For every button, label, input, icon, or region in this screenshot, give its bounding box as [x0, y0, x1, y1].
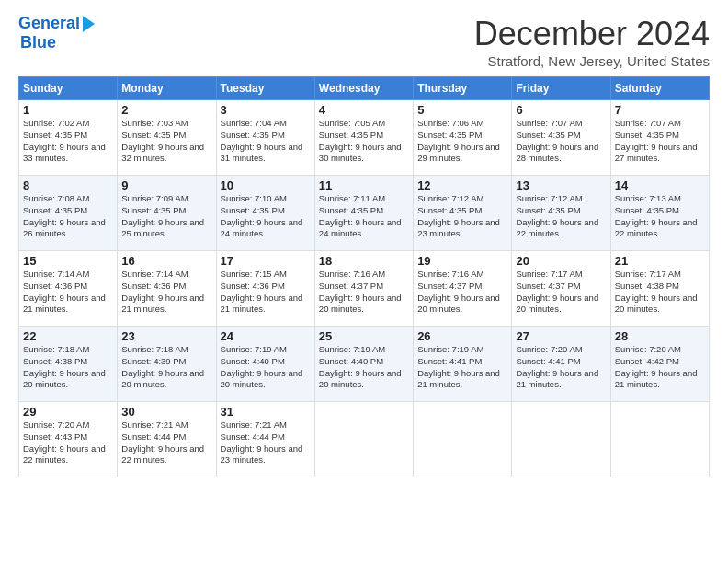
day-cell: 27 Sunrise: 7:20 AM Sunset: 4:41 PM Dayl…	[512, 327, 610, 402]
day-info: Sunrise: 7:11 AM Sunset: 4:35 PM Dayligh…	[319, 193, 409, 240]
header-row: SundayMondayTuesdayWednesdayThursdayFrid…	[19, 77, 710, 100]
week-row-1: 1 Sunrise: 7:02 AM Sunset: 4:35 PM Dayli…	[19, 100, 710, 176]
day-number: 30	[121, 405, 211, 419]
day-cell: 31 Sunrise: 7:21 AM Sunset: 4:44 PM Dayl…	[216, 402, 314, 477]
day-info: Sunrise: 7:19 AM Sunset: 4:41 PM Dayligh…	[417, 344, 507, 391]
day-info: Sunrise: 7:19 AM Sunset: 4:40 PM Dayligh…	[319, 344, 409, 391]
header: General Blue December 2024 Stratford, Ne…	[18, 15, 710, 69]
day-number: 10	[221, 178, 311, 192]
day-number: 19	[417, 254, 507, 268]
day-cell: 30 Sunrise: 7:21 AM Sunset: 4:44 PM Dayl…	[118, 402, 216, 477]
day-cell: 8 Sunrise: 7:08 AM Sunset: 4:35 PM Dayli…	[19, 176, 118, 251]
day-info: Sunrise: 7:19 AM Sunset: 4:40 PM Dayligh…	[221, 344, 311, 391]
day-number: 11	[319, 178, 409, 192]
day-cell: 20 Sunrise: 7:17 AM Sunset: 4:37 PM Dayl…	[512, 251, 610, 327]
day-cell: 12 Sunrise: 7:12 AM Sunset: 4:35 PM Dayl…	[414, 176, 512, 251]
day-cell: 23 Sunrise: 7:18 AM Sunset: 4:39 PM Dayl…	[118, 327, 216, 402]
week-row-4: 22 Sunrise: 7:18 AM Sunset: 4:38 PM Dayl…	[19, 327, 710, 402]
day-cell: 21 Sunrise: 7:17 AM Sunset: 4:38 PM Dayl…	[610, 251, 709, 327]
day-cell: 4 Sunrise: 7:05 AM Sunset: 4:35 PM Dayli…	[314, 100, 413, 176]
day-number: 16	[121, 254, 211, 268]
header-day-friday: Friday	[512, 77, 610, 100]
day-info: Sunrise: 7:06 AM Sunset: 4:35 PM Dayligh…	[417, 118, 507, 165]
day-cell: 1 Sunrise: 7:02 AM Sunset: 4:35 PM Dayli…	[19, 100, 118, 176]
day-info: Sunrise: 7:12 AM Sunset: 4:35 PM Dayligh…	[417, 193, 507, 240]
day-info: Sunrise: 7:02 AM Sunset: 4:35 PM Dayligh…	[23, 118, 113, 165]
day-number: 17	[221, 254, 311, 268]
day-info: Sunrise: 7:16 AM Sunset: 4:37 PM Dayligh…	[417, 269, 507, 316]
day-number: 5	[417, 103, 507, 117]
day-cell: 14 Sunrise: 7:13 AM Sunset: 4:35 PM Dayl…	[610, 176, 709, 251]
day-cell	[512, 402, 610, 477]
day-info: Sunrise: 7:03 AM Sunset: 4:35 PM Dayligh…	[121, 118, 211, 165]
day-cell: 26 Sunrise: 7:19 AM Sunset: 4:41 PM Dayl…	[414, 327, 512, 402]
day-number: 6	[516, 103, 606, 117]
header-day-saturday: Saturday	[610, 77, 709, 100]
day-cell	[610, 402, 709, 477]
day-info: Sunrise: 7:20 AM Sunset: 4:43 PM Dayligh…	[23, 419, 113, 466]
day-info: Sunrise: 7:07 AM Sunset: 4:35 PM Dayligh…	[615, 118, 705, 165]
day-cell: 11 Sunrise: 7:11 AM Sunset: 4:35 PM Dayl…	[314, 176, 413, 251]
day-number: 26	[417, 329, 507, 343]
header-day-sunday: Sunday	[19, 77, 118, 100]
day-number: 22	[23, 329, 113, 343]
day-cell: 25 Sunrise: 7:19 AM Sunset: 4:40 PM Dayl…	[314, 327, 413, 402]
day-number: 31	[221, 405, 311, 419]
logo-text: General	[18, 15, 80, 33]
day-number: 21	[615, 254, 705, 268]
day-cell: 2 Sunrise: 7:03 AM Sunset: 4:35 PM Dayli…	[118, 100, 216, 176]
day-cell: 9 Sunrise: 7:09 AM Sunset: 4:35 PM Dayli…	[118, 176, 216, 251]
day-number: 3	[221, 103, 311, 117]
week-row-2: 8 Sunrise: 7:08 AM Sunset: 4:35 PM Dayli…	[19, 176, 710, 251]
day-number: 7	[615, 103, 705, 117]
day-number: 14	[615, 178, 705, 192]
day-number: 25	[319, 329, 409, 343]
day-cell: 6 Sunrise: 7:07 AM Sunset: 4:35 PM Dayli…	[512, 100, 610, 176]
day-cell: 28 Sunrise: 7:20 AM Sunset: 4:42 PM Dayl…	[610, 327, 709, 402]
week-row-3: 15 Sunrise: 7:14 AM Sunset: 4:36 PM Dayl…	[19, 251, 710, 327]
day-cell: 18 Sunrise: 7:16 AM Sunset: 4:37 PM Dayl…	[314, 251, 413, 327]
calendar-container: General Blue December 2024 Stratford, Ne…	[0, 0, 728, 563]
day-cell: 29 Sunrise: 7:20 AM Sunset: 4:43 PM Dayl…	[19, 402, 118, 477]
day-info: Sunrise: 7:20 AM Sunset: 4:41 PM Dayligh…	[516, 344, 606, 391]
week-row-5: 29 Sunrise: 7:20 AM Sunset: 4:43 PM Dayl…	[19, 402, 710, 477]
day-number: 9	[121, 178, 211, 192]
day-cell: 17 Sunrise: 7:15 AM Sunset: 4:36 PM Dayl…	[216, 251, 314, 327]
location: Stratford, New Jersey, United States	[474, 53, 710, 69]
day-number: 4	[319, 103, 409, 117]
day-info: Sunrise: 7:21 AM Sunset: 4:44 PM Dayligh…	[121, 419, 211, 466]
day-cell: 19 Sunrise: 7:16 AM Sunset: 4:37 PM Dayl…	[414, 251, 512, 327]
day-cell: 22 Sunrise: 7:18 AM Sunset: 4:38 PM Dayl…	[19, 327, 118, 402]
day-info: Sunrise: 7:13 AM Sunset: 4:35 PM Dayligh…	[615, 193, 705, 240]
day-info: Sunrise: 7:20 AM Sunset: 4:42 PM Dayligh…	[615, 344, 705, 391]
month-title: December 2024	[474, 15, 710, 53]
day-info: Sunrise: 7:07 AM Sunset: 4:35 PM Dayligh…	[516, 118, 606, 165]
day-number: 28	[615, 329, 705, 343]
header-day-monday: Monday	[118, 77, 216, 100]
day-number: 2	[121, 103, 211, 117]
logo-blue: Blue	[20, 33, 56, 52]
day-number: 12	[417, 178, 507, 192]
day-number: 23	[121, 329, 211, 343]
header-day-wednesday: Wednesday	[314, 77, 413, 100]
day-number: 24	[221, 329, 311, 343]
day-number: 15	[23, 254, 113, 268]
day-info: Sunrise: 7:16 AM Sunset: 4:37 PM Dayligh…	[319, 269, 409, 316]
day-cell	[314, 402, 413, 477]
day-info: Sunrise: 7:09 AM Sunset: 4:35 PM Dayligh…	[121, 193, 211, 240]
day-number: 29	[23, 405, 113, 419]
day-cell: 5 Sunrise: 7:06 AM Sunset: 4:35 PM Dayli…	[414, 100, 512, 176]
day-info: Sunrise: 7:05 AM Sunset: 4:35 PM Dayligh…	[319, 118, 409, 165]
day-info: Sunrise: 7:17 AM Sunset: 4:37 PM Dayligh…	[516, 269, 606, 316]
day-cell: 3 Sunrise: 7:04 AM Sunset: 4:35 PM Dayli…	[216, 100, 314, 176]
logo: General Blue	[18, 15, 95, 52]
day-info: Sunrise: 7:14 AM Sunset: 4:36 PM Dayligh…	[121, 269, 211, 316]
day-number: 27	[516, 329, 606, 343]
day-info: Sunrise: 7:18 AM Sunset: 4:39 PM Dayligh…	[121, 344, 211, 391]
day-number: 1	[23, 103, 113, 117]
day-number: 18	[319, 254, 409, 268]
day-info: Sunrise: 7:08 AM Sunset: 4:35 PM Dayligh…	[23, 193, 113, 240]
day-cell: 24 Sunrise: 7:19 AM Sunset: 4:40 PM Dayl…	[216, 327, 314, 402]
day-cell: 10 Sunrise: 7:10 AM Sunset: 4:35 PM Dayl…	[216, 176, 314, 251]
day-cell: 13 Sunrise: 7:12 AM Sunset: 4:35 PM Dayl…	[512, 176, 610, 251]
